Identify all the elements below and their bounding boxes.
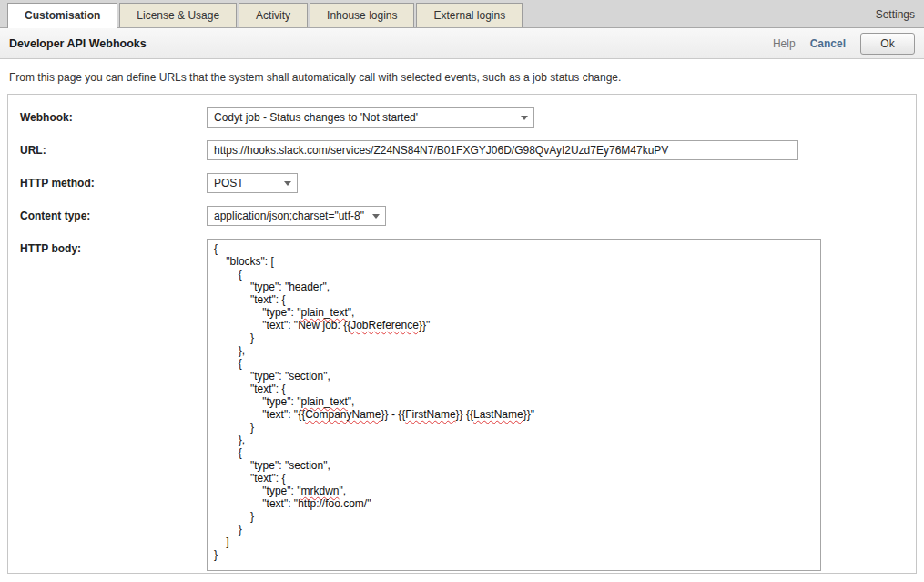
webhook-label: Webhook:: [8, 107, 207, 124]
chevron-down-icon: [515, 108, 533, 127]
url-row: URL:: [8, 140, 916, 160]
chevron-down-icon: [367, 207, 385, 225]
page-title: Developer API Webhooks: [9, 37, 147, 50]
tab-customisation[interactable]: Customisation: [7, 3, 117, 28]
http-method-label: HTTP method:: [8, 173, 207, 189]
tab-strip: Customisation License & Usage Activity I…: [0, 0, 924, 28]
content-type-select[interactable]: application/json;charset="utf-8": [207, 206, 386, 226]
help-link[interactable]: Help: [773, 37, 796, 50]
url-label: URL:: [8, 140, 207, 157]
tab-activity[interactable]: Activity: [239, 3, 308, 27]
webhook-select[interactable]: Codyt job - Status changes to 'Not start…: [207, 107, 534, 128]
intro-text: From this page you can define URLs that …: [0, 59, 924, 84]
webhook-selected-value: Codyt job - Status changes to 'Not start…: [214, 111, 418, 124]
tab-inhouse-logins[interactable]: Inhouse logins: [310, 3, 414, 27]
url-input[interactable]: [207, 140, 798, 160]
http-method-select[interactable]: POST: [207, 173, 298, 193]
http-method-row: HTTP method: POST: [8, 173, 916, 193]
tab-license-usage[interactable]: License & Usage: [119, 3, 237, 27]
cancel-link[interactable]: Cancel: [810, 37, 846, 50]
settings-link[interactable]: Settings: [876, 8, 915, 27]
http-method-selected-value: POST: [214, 177, 244, 189]
content-type-row: Content type: application/json;charset="…: [8, 206, 916, 226]
http-body-label: HTTP body:: [8, 239, 207, 255]
content-type-selected-value: application/json;charset="utf-8": [214, 209, 364, 222]
webhook-row: Webhook: Codyt job - Status changes to '…: [8, 107, 916, 128]
http-body-row: HTTP body: { "blocks": [ { "type": "head…: [8, 239, 916, 571]
http-body-input[interactable]: { "blocks": [ { "type": "header", "text"…: [207, 239, 821, 571]
content-type-label: Content type:: [8, 206, 207, 222]
chevron-down-icon: [279, 174, 297, 192]
webhook-form-panel: Webhook: Codyt job - Status changes to '…: [7, 94, 917, 574]
tab-external-logins[interactable]: External logins: [416, 3, 523, 27]
action-buttons: Help Cancel Ok: [773, 33, 915, 55]
action-bar: Developer API Webhooks Help Cancel Ok: [0, 28, 924, 59]
ok-button[interactable]: Ok: [860, 33, 915, 55]
